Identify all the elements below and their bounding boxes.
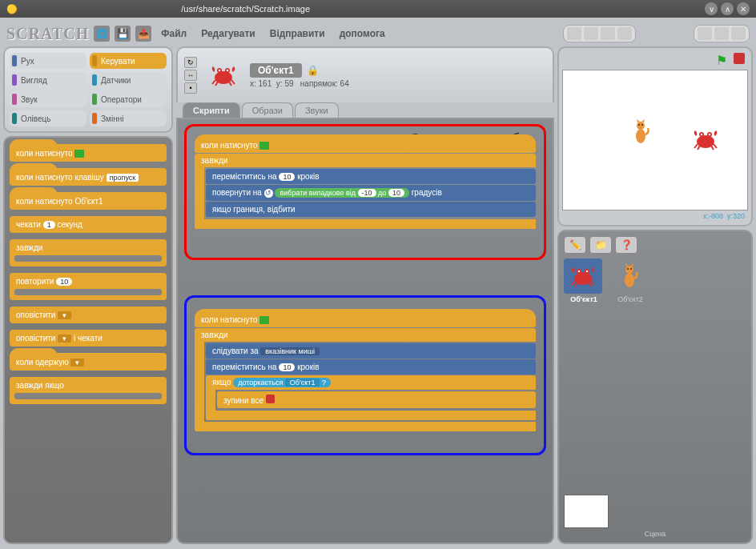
tool-delete-icon[interactable] <box>584 27 598 40</box>
block-palette: коли натиснуто коли натиснуто клавішу пр… <box>3 136 173 544</box>
annotation-cat: Скрипт для кота коли натиснуто завжди сл… <box>184 295 546 455</box>
view-mode-tools <box>694 25 750 42</box>
green-flag-icon <box>259 142 269 150</box>
sprite-info-header: ↻ ↔ • Об'єкт1 🔒 x: 161 y: 59 напрямок: 6… <box>176 46 554 102</box>
minimize-button[interactable]: ∨ <box>705 2 718 15</box>
stop-icon <box>266 395 275 403</box>
block-when-flag-clicked[interactable]: коли натиснуто <box>10 144 167 162</box>
sb-touching[interactable]: доторкається Об'єкт1 ? <box>233 378 331 387</box>
rotate-style-none-icon[interactable]: • <box>184 82 197 94</box>
share-icon[interactable]: 📤 <box>135 26 151 42</box>
category-operators[interactable]: Оператори <box>90 91 167 107</box>
sb-turn[interactable]: повернути на ↺ вибрати випадкове від -10… <box>206 185 536 201</box>
rotate-style-lr-icon[interactable]: ↔ <box>184 70 197 81</box>
stop-all-button[interactable] <box>734 53 745 64</box>
view-normal-icon[interactable] <box>714 27 729 40</box>
block-when-key-pressed[interactable]: коли натиснуто клавішу пропуск <box>10 168 167 186</box>
new-sprite-paint-icon[interactable]: ✏️ <box>564 236 586 254</box>
rotate-ccw-icon: ↺ <box>264 189 273 198</box>
save-icon[interactable]: 💾 <box>115 26 131 42</box>
tab-scripts[interactable]: Скрипти <box>183 102 240 118</box>
new-sprite-file-icon[interactable]: 📁 <box>589 236 612 254</box>
close-button[interactable]: ✕ <box>737 2 750 15</box>
view-presentation-icon[interactable] <box>731 27 746 40</box>
stage-sprite-cat[interactable] <box>632 118 649 150</box>
block-broadcast[interactable]: оповістити ▾ <box>10 307 167 323</box>
sb-when-flag[interactable]: коли натиснуто <box>195 134 536 153</box>
sb-stop-all[interactable]: зупини все <box>217 391 536 408</box>
stage-thumb[interactable]: Сцена <box>564 495 746 538</box>
sb-if[interactable]: якщо доторкається Об'єкт1 ? <box>206 375 536 390</box>
sb-forever-2[interactable]: завжди <box>195 328 536 342</box>
editor-tabs: Скрипти Образи Звуки <box>183 102 554 118</box>
cat-script[interactable]: коли натиснуто завжди слідувати за вказі… <box>195 309 536 431</box>
script-editor[interactable]: Скрипт для краба коли натиснуто завжди п… <box>176 118 554 544</box>
current-sprite-thumb <box>203 58 243 93</box>
green-flag-icon <box>74 150 84 158</box>
category-pen[interactable]: Олівець <box>10 110 86 126</box>
tab-costumes[interactable]: Образи <box>242 102 293 118</box>
block-forever-if[interactable]: завжди якщо <box>10 377 167 404</box>
menu-send[interactable]: Відправити <box>265 26 330 41</box>
category-sensing[interactable]: Датчики <box>90 72 167 88</box>
cursor-tools <box>563 25 636 42</box>
view-small-icon[interactable] <box>698 27 712 40</box>
block-broadcast-wait[interactable]: оповістити ▾ і чекати <box>10 330 167 347</box>
window-titlebar: 🟡 /usr/share/scratch/Scratch.image ∨ ∧ ✕ <box>0 0 756 18</box>
crab-script[interactable]: коли натиснуто завжди переміститись на 1… <box>195 134 536 229</box>
sb-move-steps-2[interactable]: переміститись на 10 кроків <box>206 359 536 375</box>
app-root: SCRATCH 🌐 💾 📤 Файл Редагувати Відправити… <box>0 18 756 549</box>
block-when-sprite-clicked[interactable]: коли натиснуто Об'єкт1 <box>10 192 167 210</box>
block-when-receive[interactable]: коли одержую ▾ <box>10 353 167 371</box>
block-wait[interactable]: чекати 1 секунд <box>10 216 167 233</box>
menu-file[interactable]: Файл <box>156 26 191 41</box>
sb-point-towards[interactable]: слідувати за вказівник миші <box>206 343 536 359</box>
tool-shrink-icon[interactable] <box>617 27 632 40</box>
category-motion[interactable]: Рух <box>10 53 86 69</box>
sprite-list-panel: ✏️ 📁 ❓ Об'єкт1 Об'єкт2 <box>557 230 753 544</box>
sprite-coords: x: 161 y: 59 напрямок: 64 <box>250 79 349 88</box>
sb-bounce[interactable]: якщо границя, відбити <box>206 202 536 217</box>
stage-panel: ⚑ x:-808 y:320 <box>557 46 753 226</box>
menu-help[interactable]: допомога <box>335 26 390 41</box>
stage-sprite-crab[interactable] <box>691 128 720 155</box>
annotation-crab: Скрипт для краба коли натиснуто завжди п… <box>184 124 546 260</box>
maximize-button[interactable]: ∧ <box>721 2 734 15</box>
new-sprite-random-icon[interactable]: ❓ <box>615 236 637 254</box>
language-icon[interactable]: 🌐 <box>94 26 110 42</box>
window-title: /usr/share/scratch/Scratch.image <box>18 4 473 14</box>
category-variables[interactable]: Змінні <box>90 110 167 126</box>
sb-pick-random[interactable]: вибрати випадкове від -10 до 10 <box>275 188 408 198</box>
lock-icon[interactable]: 🔒 <box>307 65 319 76</box>
stage[interactable] <box>562 70 748 210</box>
tool-grow-icon[interactable] <box>601 27 615 40</box>
rotate-style-full-icon[interactable]: ↻ <box>184 57 197 68</box>
app-icon: 🟡 <box>6 4 18 14</box>
mouse-coords: x:-808 y:320 <box>562 210 748 222</box>
tab-sounds[interactable]: Звуки <box>295 102 339 118</box>
category-looks[interactable]: Вигляд <box>10 72 86 88</box>
category-sound[interactable]: Звук <box>10 91 86 107</box>
block-forever[interactable]: завжди <box>10 239 167 266</box>
green-flag-icon <box>259 316 269 324</box>
top-toolbar: SCRATCH 🌐 💾 📤 Файл Редагувати Відправити… <box>3 21 753 46</box>
green-flag-button[interactable]: ⚑ <box>716 53 727 68</box>
sb-forever[interactable]: завжди <box>195 154 536 167</box>
tool-duplicate-icon[interactable] <box>567 27 581 40</box>
menu-edit[interactable]: Редагувати <box>196 26 260 41</box>
sb-move-steps[interactable]: переміститись на 10 кроків <box>206 169 536 184</box>
block-category-panel: Рух Керувати Вигляд Датчики Звук Операто… <box>3 46 173 133</box>
category-control[interactable]: Керувати <box>90 53 167 69</box>
block-repeat[interactable]: повторити 10 <box>10 273 167 300</box>
sb-when-flag-2[interactable]: коли натиснуто <box>195 309 536 327</box>
sprite-item-1[interactable]: Об'єкт1 <box>564 258 604 303</box>
scratch-logo: SCRATCH <box>6 25 89 43</box>
sprite-item-2[interactable]: Об'єкт2 <box>610 258 650 303</box>
sprite-name-field[interactable]: Об'єкт1 <box>250 63 302 78</box>
